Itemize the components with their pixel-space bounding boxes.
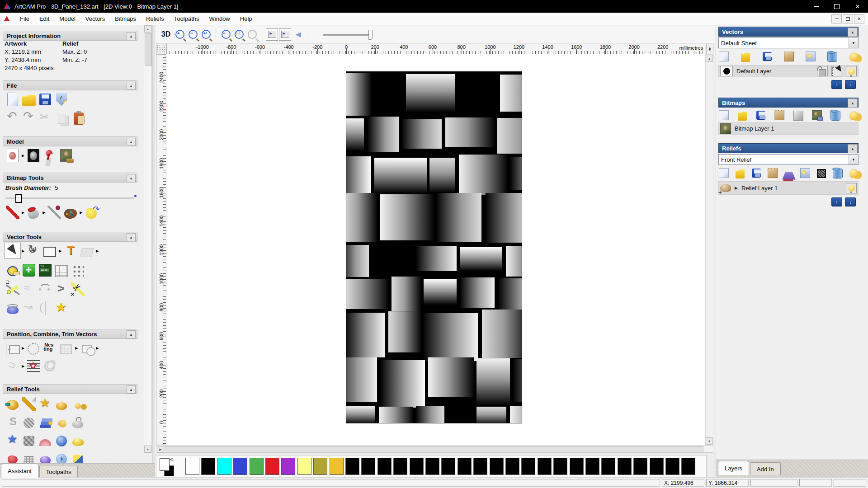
section-relief-tools[interactable]: Relief Tools ▲	[3, 384, 137, 394]
snap-select-icon[interactable]	[831, 66, 842, 76]
rectangle-button[interactable]	[42, 243, 58, 259]
tab-toolpaths[interactable]: Toolpaths	[39, 465, 78, 478]
zoom-in-button[interactable]: +	[174, 28, 186, 41]
palette-swatch[interactable]	[330, 458, 344, 475]
palette-swatch[interactable]	[458, 458, 472, 475]
palette-swatch[interactable]	[201, 458, 215, 475]
blue-star-button[interactable]	[5, 432, 21, 448]
rollup-icon[interactable]: ▲	[127, 385, 136, 394]
folder-open-button[interactable]	[735, 168, 745, 178]
blue-ball-button[interactable]	[53, 432, 70, 448]
palette-swatch[interactable]	[250, 458, 264, 475]
rollup-icon[interactable]: ▲	[848, 28, 858, 37]
section-file[interactable]: File ▲	[3, 80, 137, 90]
toggle-3d-view-button[interactable]: 3D	[159, 28, 173, 41]
distort-grid-button[interactable]	[53, 262, 70, 278]
eyedropper-button[interactable]	[46, 204, 62, 221]
menu-window[interactable]: Window	[204, 14, 235, 24]
layer-row-bitmap-layer-1[interactable]: Bitmap Layer 1	[718, 122, 859, 135]
palette-swatch[interactable]	[377, 458, 392, 475]
align-box-button[interactable]	[5, 340, 21, 356]
slider-track[interactable]	[5, 197, 134, 199]
folder-open-button[interactable]	[737, 110, 748, 121]
save-button[interactable]	[755, 110, 766, 121]
rollup-icon[interactable]: ▲	[848, 144, 858, 153]
brush-diameter-slider[interactable]	[5, 194, 137, 202]
options-shield-button[interactable]	[53, 91, 70, 108]
rp-new-button[interactable]	[718, 51, 729, 62]
chevron-down-icon[interactable]: ▼	[849, 38, 858, 48]
gray-s-button[interactable]	[5, 414, 21, 430]
title-bar[interactable]: ArtCAM Pro - 3D_Panel_132.art - [2D View…	[0, 0, 868, 13]
rp-bulbdoc-button[interactable]	[800, 168, 811, 178]
palette-swatch[interactable]	[570, 458, 584, 475]
palette-swatch[interactable]	[313, 458, 327, 475]
flood-fill-button[interactable]	[83, 204, 99, 221]
undo-button[interactable]	[5, 110, 21, 127]
menu-vectors[interactable]: Vectors	[80, 14, 110, 24]
palette-swatch[interactable]	[681, 458, 695, 475]
rollup-icon[interactable]: ▲	[127, 330, 136, 338]
mdi-close-button[interactable]: ✕	[854, 14, 864, 23]
flyout-icon[interactable]: ▶	[80, 211, 82, 215]
palette-swatch[interactable]	[521, 458, 535, 475]
scroll-right-icon[interactable]: ▶	[157, 446, 164, 453]
palette-swatch[interactable]	[585, 458, 599, 475]
rp-bulbdoc-button[interactable]	[805, 51, 816, 62]
rp-merge-button[interactable]	[783, 51, 794, 62]
move-layer-down-button[interactable]: ↓	[845, 197, 856, 206]
scroll-down-icon[interactable]: ▼	[706, 437, 713, 445]
save-button[interactable]	[37, 91, 53, 108]
menu-toolpaths[interactable]: Toolpaths	[169, 14, 204, 24]
mdi-minimize-button[interactable]	[831, 14, 842, 23]
gold-chisel-button[interactable]	[21, 396, 37, 412]
model-size-button[interactable]	[5, 147, 21, 164]
select-cursor-button[interactable]	[5, 243, 21, 259]
scroll-up-icon[interactable]: ▲	[706, 55, 713, 62]
text-tool-button[interactable]	[62, 243, 79, 259]
scroll-up-icon[interactable]: ▲	[144, 25, 151, 33]
palette-swatch[interactable]	[297, 458, 311, 475]
tab-assistant[interactable]: Assistant	[1, 464, 38, 478]
primary-color-swatch[interactable]	[160, 458, 170, 471]
menu-bitmaps[interactable]: Bitmaps	[110, 14, 141, 24]
zoom-page-button[interactable]: ◻	[233, 28, 245, 41]
drawing-canvas[interactable]	[166, 54, 705, 445]
paint-pencil-button[interactable]	[5, 204, 21, 221]
palette-swatch[interactable]	[473, 458, 487, 475]
layer-row-default-layer[interactable]: Default Layer	[718, 65, 859, 77]
lock-icon[interactable]	[817, 66, 828, 76]
palette-swatch[interactable]	[441, 458, 455, 475]
scrollbar-thumb[interactable]	[145, 33, 152, 66]
assistant-scrollbar[interactable]: ▲ ▼	[144, 25, 152, 453]
star-gold-button[interactable]	[53, 300, 70, 316]
horizontal-ruler[interactable]: millimetres -1000-800-600-400-2000200400…	[166, 43, 705, 54]
scroll-down-icon[interactable]: ▼	[144, 446, 151, 453]
rp-bulbs-button[interactable]	[849, 168, 859, 178]
measure-tape-button[interactable]	[5, 262, 21, 278]
folder-open-button[interactable]	[740, 51, 751, 62]
book-stack-button[interactable]	[37, 414, 53, 430]
zoom-slider[interactable]	[323, 30, 373, 39]
palette-swatch[interactable]	[505, 458, 519, 475]
primary-secondary-colors[interactable]: ⟲	[160, 458, 178, 476]
load-image-button[interactable]	[58, 147, 74, 164]
visibility-bulb-icon[interactable]	[846, 66, 857, 76]
ruler-origin-button[interactable]	[156, 43, 166, 54]
lock-dome-button[interactable]	[70, 414, 86, 430]
palette-swatch[interactable]	[538, 458, 552, 475]
vertical-scrollbar[interactable]: ▲ ▼	[705, 54, 713, 445]
redo-button[interactable]	[21, 110, 37, 127]
flyout-icon[interactable]: ▶	[75, 346, 78, 350]
arc-tool-button[interactable]	[37, 281, 53, 297]
palette-button[interactable]	[62, 204, 79, 221]
rollup-icon[interactable]: ▲	[848, 99, 858, 108]
flyout-icon[interactable]: ▶	[22, 249, 24, 253]
flyout-icon[interactable]: ▶	[59, 249, 61, 253]
horizontal-scrollbar[interactable]: ▶	[156, 445, 713, 453]
flyout-icon[interactable]: ▶	[22, 346, 24, 350]
rollup-icon[interactable]: ▲	[127, 138, 136, 146]
section-position-combine-trim[interactable]: Position, Combine, Trim Vectors ▲	[3, 329, 137, 339]
maximize-button[interactable]	[826, 0, 847, 13]
zoom-last-button[interactable]: ↩	[200, 28, 212, 41]
